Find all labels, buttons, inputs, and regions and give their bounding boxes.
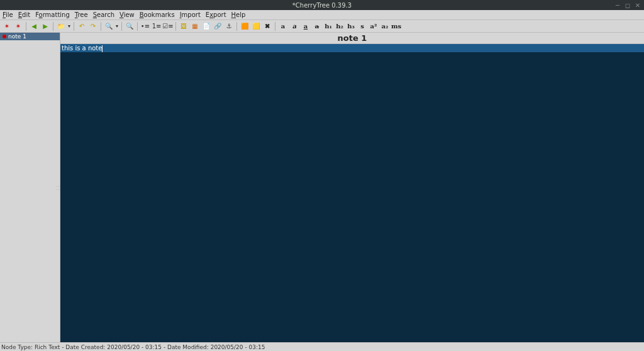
insert-image-icon[interactable]: 🖼	[179, 21, 189, 31]
monospace-icon[interactable]: ms	[391, 21, 401, 31]
minimize-icon[interactable]: ─	[614, 1, 621, 9]
insert-table-icon[interactable]: ▦	[190, 21, 200, 31]
bold-icon[interactable]: a	[278, 21, 288, 31]
menu-export[interactable]: Export	[206, 11, 226, 18]
h1-icon[interactable]: h₁	[323, 21, 333, 31]
insert-anchor-icon[interactable]: ⚓	[224, 21, 234, 31]
maximize-icon[interactable]: ◻	[624, 1, 631, 9]
editor-current-line[interactable]: this is a note	[60, 44, 644, 52]
tree-sidebar[interactable]: note 1 ⋮⋮	[0, 33, 60, 342]
close-icon[interactable]: ✕	[634, 1, 641, 9]
italic-icon[interactable]: a	[289, 21, 299, 31]
find-dropdown-icon[interactable]: ▾	[114, 23, 119, 29]
superscript-icon[interactable]: a²	[369, 21, 379, 31]
node-bullet-icon	[3, 35, 6, 38]
separator	[175, 22, 176, 31]
separator	[101, 22, 101, 31]
small-icon[interactable]: s	[357, 21, 367, 31]
tree-node-label: note 1	[8, 33, 26, 40]
window-title: *CherryTree 0.39.3	[292, 2, 352, 9]
save-icon[interactable]: 📁	[56, 21, 66, 31]
menu-bookmarks[interactable]: Bookmarks	[140, 11, 175, 18]
zoom-icon[interactable]: 🔍	[125, 21, 135, 31]
separator	[275, 22, 275, 31]
undo-icon[interactable]: ↶	[77, 21, 87, 31]
statusbar-text: Node Type: Rich Text - Date Created: 202…	[1, 344, 265, 350]
new-subnode-icon[interactable]: ✶	[13, 21, 23, 31]
menu-view[interactable]: View	[119, 11, 135, 18]
editor-panel: note 1 this is a note	[60, 33, 644, 342]
strike-icon[interactable]: a	[312, 21, 322, 31]
insert-link-icon[interactable]: 🔗	[213, 21, 223, 31]
tree-node-note-1[interactable]: note 1	[0, 33, 60, 40]
new-node-icon[interactable]: ✶	[2, 21, 12, 31]
menu-import[interactable]: Import	[180, 11, 201, 18]
text-editor[interactable]: this is a note	[60, 44, 644, 342]
list-number-icon[interactable]: 1≡	[152, 21, 162, 31]
redo-icon[interactable]: ↷	[88, 21, 98, 31]
menu-search[interactable]: Search	[93, 11, 114, 18]
color-bg-icon[interactable]: 🟨	[251, 21, 261, 31]
save-dropdown-icon[interactable]: ▾	[67, 23, 72, 29]
h3-icon[interactable]: h₃	[346, 21, 356, 31]
menu-help[interactable]: Help	[231, 11, 246, 18]
clear-format-icon[interactable]: ✖	[262, 21, 272, 31]
nav-back-icon[interactable]: ◀	[29, 21, 39, 31]
toolbar: ✶ ✶ ◀ ▶ 📁 ▾ ↶ ↷ 🔍 ▾ 🔍 •≡ 1≡ ☑≡ 🖼 ▦ 📄 🔗 ⚓…	[0, 20, 644, 33]
editor-text[interactable]: this is a note	[62, 45, 102, 52]
text-cursor	[102, 45, 103, 52]
color-fg-icon[interactable]: 🟧	[240, 21, 250, 31]
insert-codebox-icon[interactable]: 📄	[201, 21, 211, 31]
menu-edit[interactable]: Edit	[18, 11, 30, 18]
separator	[26, 22, 26, 31]
menu-tree[interactable]: Tree	[75, 11, 88, 18]
list-bullet-icon[interactable]: •≡	[140, 21, 150, 31]
list-todo-icon[interactable]: ☑≡	[163, 21, 173, 31]
menu-formatting[interactable]: Formatting	[35, 11, 70, 18]
subscript-icon[interactable]: a₂	[380, 21, 390, 31]
statusbar: Node Type: Rich Text - Date Created: 202…	[0, 342, 644, 351]
window-titlebar: *CherryTree 0.39.3 ─ ◻ ✕	[0, 0, 644, 10]
separator	[121, 22, 122, 31]
nav-forward-icon[interactable]: ▶	[40, 21, 50, 31]
find-icon[interactable]: 🔍	[104, 21, 114, 31]
main-area: note 1 ⋮⋮ note 1 this is a note	[0, 33, 644, 342]
h2-icon[interactable]: h₂	[335, 21, 345, 31]
menu-file[interactable]: File	[3, 11, 13, 18]
menubar: File Edit Formatting Tree Search View Bo…	[0, 10, 644, 20]
separator	[53, 22, 53, 31]
note-title: note 1	[60, 33, 644, 44]
separator	[74, 22, 74, 31]
underline-icon[interactable]: a	[301, 21, 311, 31]
separator	[137, 22, 138, 31]
separator	[236, 22, 237, 31]
